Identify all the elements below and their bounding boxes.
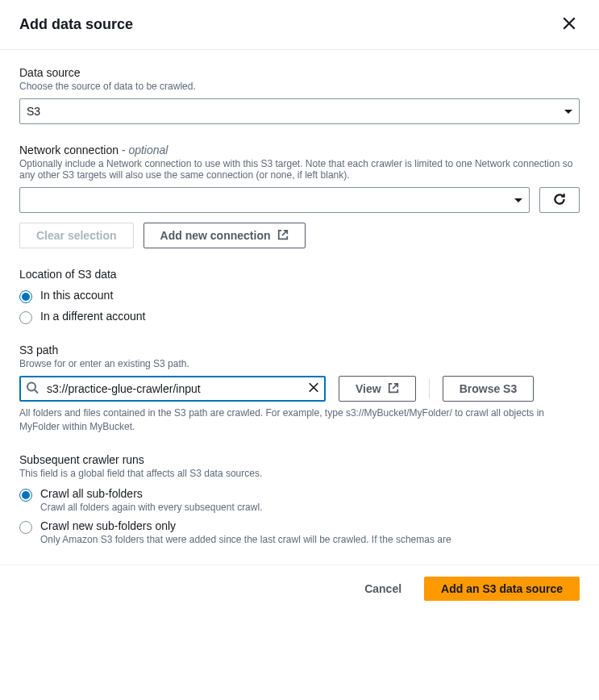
svg-point-0 [27,383,35,391]
modal-footer: Cancel Add an S3 data source [0,565,599,612]
cancel-button[interactable]: Cancel [348,577,418,601]
s3-path-section: S3 path Browse for or enter an existing … [19,344,580,434]
external-link-icon [277,229,289,243]
radio-this-account[interactable]: In this account [19,289,580,303]
radio-crawl-all[interactable]: Crawl all sub-folders Crawl all folders … [19,487,580,513]
close-icon [562,16,576,33]
network-connection-description: Optionally include a Network connection … [19,158,580,181]
divider [429,379,430,398]
network-connection-label: Network connection - optional [19,144,580,156]
data-source-select-value: S3 [19,98,580,124]
radio-different-account-label: In a different account [40,310,580,323]
radio-crawl-new[interactable]: Crawl new sub-folders only Only Amazon S… [19,519,580,545]
browse-s3-button[interactable]: Browse S3 [443,376,535,402]
data-source-label: Data source [19,66,580,79]
location-s3-section: Location of S3 data In this account In a… [19,268,580,324]
radio-icon [19,521,32,534]
s3-path-input[interactable] [19,376,326,402]
refresh-button[interactable] [539,187,580,213]
data-source-description: Choose the source of data to be crawled. [19,81,580,92]
search-icon [26,381,39,397]
radio-crawl-all-description: Crawl all folders again with every subse… [40,502,580,513]
location-s3-label: Location of S3 data [19,268,580,281]
subsequent-runs-description: This field is a global field that affect… [19,468,580,479]
refresh-icon [552,192,567,209]
network-connection-value [19,187,530,213]
network-connection-section: Network connection - optional Optionally… [19,144,580,248]
radio-icon [19,311,32,324]
clear-selection-button[interactable]: Clear selection [19,223,134,248]
clear-input-icon[interactable] [308,382,319,396]
modal-title: Add data source [19,16,133,33]
s3-path-helper: All folders and files contained in the S… [19,406,580,434]
radio-icon [19,489,32,502]
radio-this-account-label: In this account [40,289,580,302]
add-new-connection-button[interactable]: Add new connection [144,223,306,248]
network-connection-select[interactable] [19,187,530,213]
view-button[interactable]: View [339,376,416,402]
modal-header: Add data source [0,0,599,50]
radio-different-account[interactable]: In a different account [19,310,580,324]
subsequent-runs-label: Subsequent crawler runs [19,453,580,466]
data-source-select[interactable]: S3 [19,98,580,124]
radio-crawl-new-label: Crawl new sub-folders only [40,519,580,532]
s3-path-description: Browse for or enter an existing S3 path. [19,358,580,369]
add-s3-data-source-button[interactable]: Add an S3 data source [424,577,580,601]
s3-path-input-wrapper [19,376,326,402]
radio-icon [19,290,32,303]
s3-path-label: S3 path [19,344,580,356]
subsequent-runs-section: Subsequent crawler runs This field is a … [19,453,580,545]
add-data-source-modal: Add data source Data source Choose the s… [0,0,599,612]
data-source-section: Data source Choose the source of data to… [19,66,580,124]
modal-body: Data source Choose the source of data to… [0,50,599,545]
radio-crawl-all-label: Crawl all sub-folders [40,487,580,500]
radio-crawl-new-description: Only Amazon S3 folders that were added s… [40,534,580,545]
close-button[interactable] [559,13,580,36]
external-link-icon [388,382,399,396]
